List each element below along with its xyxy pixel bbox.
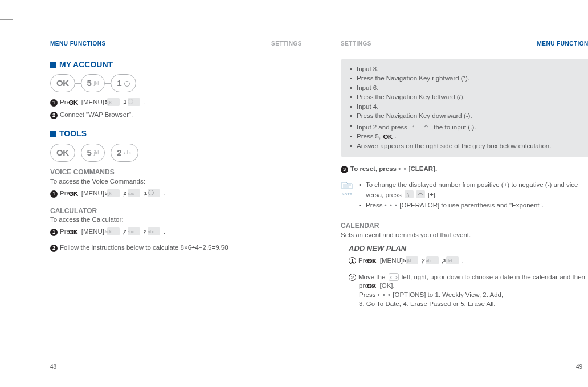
reset-step-3: 3To reset, press • • [CLEAR]. (341, 165, 588, 174)
tools-title: TOOLS (50, 128, 302, 139)
note-block: NOTE To change the displayed number from… (341, 181, 588, 211)
add-plan-step-2: 2Move the left, right, up or down to cho… (349, 271, 588, 308)
calendar-desc: Sets an event and reminds you of that ev… (341, 231, 588, 240)
ok-pill: OK (50, 74, 75, 92)
shift-key-icon (416, 190, 425, 198)
calc-instr-8: Press 5, OK . (357, 132, 585, 141)
svg-text:#: # (406, 192, 410, 198)
calc-instr-6: Press the Navigation Key downward (-). (357, 112, 585, 121)
note-icon: NOTE (341, 181, 353, 197)
nav-key-icon (389, 273, 399, 281)
add-plan-step-1: 1Press OK [MENU] 5jkl , 2abc , 3def . (349, 256, 588, 266)
page-number-49: 49 (576, 364, 582, 370)
page-number-48: 48 (50, 364, 56, 370)
header-settings: SETTINGS (341, 40, 371, 48)
calc-instr-7: Input 2 and press * the to input (.). (357, 121, 585, 132)
globe-icon (148, 190, 154, 195)
calculation-instructions-box: Input 8. Press the Navigation Key rightw… (341, 59, 588, 157)
svg-text:*: * (412, 123, 414, 129)
globe-icon (128, 99, 133, 104)
my-account-title: MY ACCOUNT (50, 59, 302, 70)
my-account-key-sequence: OK 5jkl 1 (50, 74, 302, 92)
tools-key-sequence: OK 5jkl 2abc (50, 144, 302, 162)
key5-pill: 5jkl (81, 74, 105, 92)
voice-commands-step-1: 1Press OK [MENU] 5jkl , 2abc , 1 . (50, 189, 302, 198)
key5-pill: 5jkl (81, 144, 105, 162)
toggle-key-icon (422, 123, 431, 131)
voice-commands-intro: To access the Voice Commands: (50, 177, 302, 186)
star-key-icon: * (410, 123, 419, 131)
calc-instr-5: Input 4. (357, 103, 585, 112)
calculator-title: CALCULATOR (50, 206, 302, 215)
page-header-left: MENU FUNCTIONS SETTINGS (50, 40, 302, 48)
voice-commands-title: VOICE COMMANDS (50, 168, 302, 177)
calculator-intro: To access the Calculator: (50, 215, 302, 225)
calendar-title: CALENDAR (341, 221, 588, 230)
calculator-step-2: 2Follow the instructions below to calcul… (50, 243, 302, 252)
page-48: MENU FUNCTIONS SETTINGS MY ACCOUNT OK 5j… (50, 40, 302, 308)
header-settings: SETTINGS (271, 40, 302, 48)
note-line-1: To change the displayed number from posi… (359, 181, 588, 200)
ok-pill: OK (50, 144, 75, 162)
my-account-step-1: 1Press OK [MENU] 5jkl , 1 . (50, 98, 302, 107)
calc-instr-4: Press the Navigation Key leftward (/). (357, 93, 585, 102)
page-header-right: SETTINGS MENU FUNCTIONS (341, 40, 588, 48)
calc-instr-9: Answer appears on the right side of the … (357, 142, 585, 151)
calc-instr-2: Press the Navigation Key rightward (*). (357, 74, 585, 83)
key1-pill: 1 (111, 74, 136, 92)
globe-icon (124, 81, 130, 87)
hash-key-icon: # (405, 190, 414, 198)
note-line-2: Press • • • [OPERATOR] to use parenthesi… (359, 201, 588, 210)
header-menu-functions: MENU FUNCTIONS (537, 40, 588, 48)
calculator-step-1: 1Press OK [MENU] 5jkl , 2abc , 2abc . (50, 227, 302, 237)
header-menu-functions: MENU FUNCTIONS (50, 40, 106, 48)
calc-instr-1: Input 8. (357, 65, 585, 74)
key2-pill: 2abc (111, 144, 138, 162)
calc-instr-3: Input 6. (357, 84, 585, 93)
page-49: SETTINGS MENU FUNCTIONS Input 8. Press t… (341, 40, 588, 308)
my-account-step-2: 2Connect "WAP Browser". (50, 111, 302, 120)
add-new-plan-title: ADD NEW PLAN (349, 243, 588, 254)
